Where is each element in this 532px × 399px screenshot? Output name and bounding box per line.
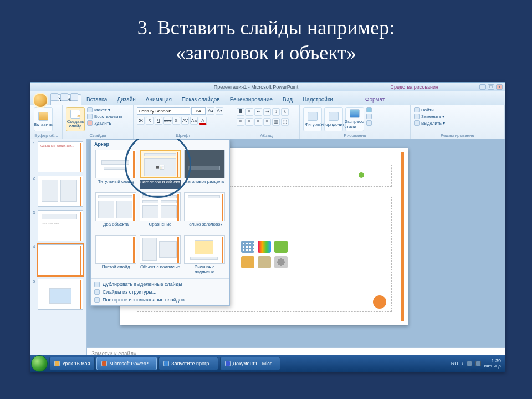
strike-button[interactable]: abe: [163, 117, 171, 125]
bold-button[interactable]: Ж: [137, 117, 145, 125]
insert-media-icon[interactable]: [274, 256, 288, 268]
underline-button[interactable]: Ч: [155, 117, 162, 125]
taskbar-item[interactable]: Документ1 - Micr...: [220, 357, 280, 370]
start-button-icon[interactable]: [31, 355, 48, 372]
reuse-label: Повторное использование слайдов...: [103, 297, 188, 303]
new-slide-button[interactable]: ✶ Создать слайд: [66, 107, 85, 131]
tab-addins[interactable]: Надстройки: [298, 94, 338, 105]
tab-review[interactable]: Рецензирование: [225, 94, 278, 105]
arrange-button[interactable]: Упорядочить: [324, 107, 343, 131]
layout-option[interactable]: Заголовок раздела: [184, 150, 225, 189]
tab-design[interactable]: Дизайн: [112, 94, 141, 105]
duplicate-slides-item[interactable]: Дублировать выделенные слайды: [94, 280, 226, 288]
shape-effects-button[interactable]: [366, 120, 372, 126]
font-color-button[interactable]: A: [199, 117, 207, 125]
increase-indent-button[interactable]: ⇥: [263, 108, 271, 116]
columns-button[interactable]: ▥: [272, 118, 280, 126]
outline-label: Слайды из структуры...: [103, 289, 156, 295]
taskbar-item[interactable]: Microsoft PowerP...: [96, 357, 157, 370]
reuse-slides-item[interactable]: Повторное использование слайдов...: [94, 296, 226, 304]
tray-volume-icon[interactable]: [475, 361, 481, 366]
layout-option[interactable]: Два объекта: [95, 192, 136, 232]
slide-thumbnail[interactable]: текст текст текст: [38, 210, 83, 241]
text-direction-button[interactable]: ⤹: [281, 108, 289, 116]
numbering-button[interactable]: ≡: [245, 108, 253, 116]
tab-animation[interactable]: Анимация: [141, 94, 177, 105]
tray-chevron-icon[interactable]: ‹: [462, 361, 463, 366]
layout-option[interactable]: Титульный слайд: [95, 150, 136, 189]
shadow-button[interactable]: S: [172, 117, 180, 125]
replace-button[interactable]: Заменить ▾: [414, 114, 445, 119]
office-button-icon[interactable]: [33, 93, 48, 108]
qat-redo-icon[interactable]: [70, 93, 78, 101]
group-clipboard-label: Буфер об...: [34, 132, 59, 138]
tab-view[interactable]: Вид: [278, 94, 298, 105]
font-size-select[interactable]: [191, 107, 206, 115]
tray-lang[interactable]: RU: [451, 361, 458, 366]
tab-insert[interactable]: Вставка: [81, 94, 112, 105]
layout-button[interactable]: Макет ▾: [87, 107, 122, 112]
insert-picture-icon[interactable]: [241, 256, 254, 268]
qat-undo-icon[interactable]: [60, 93, 68, 101]
align-center-button[interactable]: ≡: [245, 118, 253, 126]
window-close-button[interactable]: x: [496, 84, 503, 90]
layout-option[interactable]: Рисунок с подписью: [184, 235, 225, 275]
thumb-title-text: Создание слайд-фи...: [40, 144, 80, 170]
align-right-button[interactable]: ≡: [254, 118, 262, 126]
reset-slide-button[interactable]: Восстановить: [87, 114, 122, 119]
layout-option[interactable]: Пустой слайд: [95, 235, 136, 275]
bullets-button[interactable]: ≣: [237, 108, 244, 116]
insert-clipart-icon[interactable]: [258, 256, 271, 268]
select-button[interactable]: Выделить ▾: [414, 120, 445, 126]
slide-thumbnail[interactable]: [38, 279, 83, 310]
slide-thumbnail[interactable]: Создание слайд-фи...: [38, 141, 83, 172]
layout-label: Только заголовок: [184, 222, 225, 232]
system-tray[interactable]: RU ‹ 1:39 пятница: [451, 359, 504, 369]
justify-button[interactable]: ≡: [263, 118, 271, 126]
convert-smartart-button[interactable]: ⬚: [281, 118, 289, 126]
thumb-number: 2: [33, 176, 36, 207]
group-paragraph-label: Абзац: [237, 132, 296, 138]
window-maximize-button[interactable]: □: [488, 84, 494, 90]
rotate-handle-icon[interactable]: [359, 172, 364, 178]
italic-button[interactable]: К: [146, 117, 154, 125]
insert-chart-icon[interactable]: [258, 241, 271, 253]
insert-table-icon[interactable]: [241, 241, 254, 253]
layout-option[interactable]: ▦📊Заголовок и объект: [140, 150, 181, 189]
layout-label: Рисунок с подписью: [184, 265, 225, 275]
tab-slideshow[interactable]: Показ слайдов: [177, 94, 225, 105]
layout-option[interactable]: Только заголовок: [184, 192, 225, 232]
slide-thumbnail[interactable]: [38, 244, 83, 275]
qat-save-icon[interactable]: [50, 93, 58, 101]
change-case-button[interactable]: Aa: [190, 117, 198, 125]
layout-option[interactable]: Сравнение: [140, 192, 181, 232]
taskbar-item[interactable]: Урок 16 мая: [49, 357, 95, 370]
taskbar-clock[interactable]: 1:39 пятница: [484, 359, 501, 369]
tab-format[interactable]: Формат: [360, 94, 390, 105]
shape-outline-button[interactable]: [366, 114, 372, 119]
window-minimize-button[interactable]: _: [479, 84, 486, 90]
slides-from-outline-item[interactable]: Слайды из структуры...: [94, 288, 226, 296]
effects-icon: [366, 120, 372, 126]
slide-thumbnail[interactable]: [38, 176, 83, 207]
insert-smartart-icon[interactable]: [274, 241, 288, 253]
char-spacing-button[interactable]: AV: [181, 117, 189, 125]
instruction-line1: 3. Вставить слайды например:: [22, 16, 510, 40]
shape-fill-button[interactable]: [366, 107, 372, 112]
layout-option[interactable]: Объект с подписью: [140, 235, 181, 275]
delete-slide-button[interactable]: Удалить: [87, 120, 122, 126]
reuse-icon: [94, 297, 100, 303]
paste-button[interactable]: Вставить: [34, 107, 53, 131]
slide-thumbnail-pane[interactable]: 1 Создание слайд-фи... 2 3 текст текст т…: [30, 139, 87, 362]
quick-styles-button[interactable]: Экспресс-стили: [345, 107, 364, 131]
grow-font-button[interactable]: A▴: [207, 107, 214, 115]
font-name-select[interactable]: [137, 107, 190, 115]
shapes-button[interactable]: Фигуры: [303, 107, 322, 131]
tray-icon[interactable]: [467, 361, 472, 366]
decrease-indent-button[interactable]: ⇤: [254, 108, 262, 116]
align-left-button[interactable]: ≡: [237, 118, 244, 126]
line-spacing-button[interactable]: ↕: [272, 108, 280, 116]
find-button[interactable]: Найти: [414, 107, 445, 112]
taskbar-item[interactable]: Запустите прогр...: [158, 357, 218, 370]
shrink-font-button[interactable]: A▾: [216, 107, 223, 115]
